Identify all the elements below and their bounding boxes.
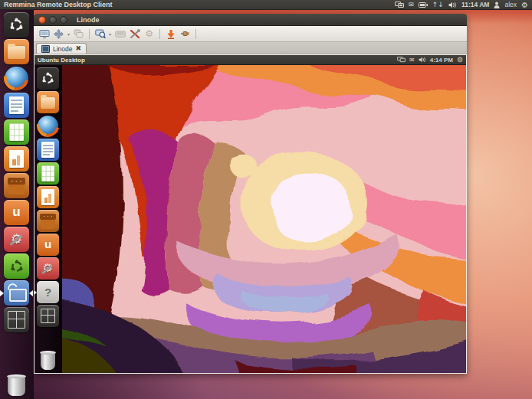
firefox-icon [5, 67, 28, 90]
toolbar-separator [195, 29, 196, 39]
tab-screen-icon [41, 45, 50, 53]
trash-bucket-icon [41, 352, 56, 370]
scaled-mode-icon[interactable] [72, 28, 85, 41]
launcher-item-libreoffice-impress[interactable] [4, 146, 29, 172]
volume-icon[interactable] [419, 57, 426, 63]
remote-top-panel[interactable]: Ubuntu Desktop ✉ 4:14 PM ⚙ [34, 55, 466, 65]
window-minimize-button[interactable] [49, 16, 57, 24]
launcher-item-trash[interactable] [4, 371, 29, 396]
remmina-window: Linode ▾ ▾ ⚙ [34, 14, 467, 374]
remote-launcher-item-firefox[interactable] [37, 115, 59, 137]
window-maximize-button[interactable] [60, 16, 67, 24]
toolbar-separator [159, 29, 160, 39]
traffic-icon[interactable]: ↑↓ [432, 1, 444, 8]
launcher-item-libreoffice-writer[interactable] [4, 93, 29, 118]
remote-launcher-item-workspace-switcher[interactable] [37, 305, 59, 327]
connection-tab-linode[interactable]: Linode ✖ [36, 43, 87, 54]
host-top-panel: Remmina Remote Desktop Client ✉ ↑↓ 11:14… [0, 0, 532, 10]
gears-icon[interactable]: ⚙ [143, 28, 156, 41]
launcher-item-firefox[interactable] [4, 66, 29, 91]
session-gear-icon[interactable]: ⚙ [521, 1, 528, 9]
host-clock[interactable]: 11:14 AM [461, 1, 490, 8]
battery-icon[interactable] [419, 2, 428, 8]
impress-slide-icon [9, 150, 23, 168]
running-indicator-arrow [34, 289, 40, 296]
remote-panel-title[interactable]: Ubuntu Desktop [38, 57, 85, 64]
folder-icon [41, 97, 56, 109]
running-indicator-arrow [0, 290, 7, 296]
software-bag-icon [40, 214, 56, 220]
user-icon[interactable] [494, 2, 500, 8]
software-bag-icon [8, 178, 26, 185]
tools-icon[interactable] [128, 28, 141, 41]
launcher-item-software-center[interactable] [4, 173, 29, 198]
remote-launcher-item-dash-home[interactable] [37, 67, 59, 90]
remmina-toolbar: ▾ ▾ ⚙ [34, 26, 467, 42]
active-app-title[interactable]: Remmina Remote Desktop Client [4, 1, 113, 8]
ubuntu-one-icon: u [12, 205, 20, 218]
calc-spreadsheet-icon [9, 123, 23, 141]
launcher-item-workspace-switcher[interactable] [4, 307, 29, 332]
tab-label: Linode [53, 45, 73, 53]
remmina-monitor-icon [9, 289, 27, 302]
mail-icon[interactable]: ✉ [409, 1, 414, 8]
trash-bucket-icon [8, 376, 25, 396]
remote-launcher-item-ubuntu-one[interactable]: u [37, 234, 59, 256]
remote-launcher-item-libreoffice-impress[interactable] [37, 186, 59, 208]
session-gear-icon[interactable]: ⚙ [457, 56, 463, 64]
firefox-icon [38, 116, 58, 136]
launcher-item-ubuntu-one[interactable]: u [4, 200, 29, 225]
user-name[interactable]: alex [504, 1, 517, 8]
connect-monitor-icon[interactable] [38, 28, 51, 41]
tab-close-icon[interactable]: ✖ [76, 45, 82, 52]
remote-launcher-item-software-center[interactable] [37, 210, 59, 232]
settings-gear-icon: ⚙ [11, 233, 22, 246]
disconnect-icon[interactable] [179, 28, 192, 41]
writer-document-icon [9, 96, 23, 114]
launcher-item-ubuntu-software[interactable] [4, 253, 29, 279]
help-icon: ? [44, 286, 51, 299]
ubuntu-one-icon: u [44, 238, 51, 250]
launcher-item-libreoffice-calc[interactable] [4, 119, 29, 145]
mail-icon[interactable]: ✉ [409, 57, 415, 64]
workspace-grid-icon [41, 309, 56, 324]
remote-launcher-item-system-settings[interactable]: ⚙ [37, 257, 59, 280]
remote-launcher-item-libreoffice-writer[interactable] [37, 139, 59, 161]
window-titlebar[interactable]: Linode [34, 14, 467, 26]
focused-indicator-arrow [26, 290, 33, 296]
calc-spreadsheet-icon [41, 165, 54, 181]
remote-launcher-item-trash[interactable] [37, 348, 59, 370]
window-close-button[interactable] [38, 16, 46, 24]
toolbar-separator [89, 29, 90, 39]
launcher-item-dash-home[interactable] [4, 12, 29, 38]
writer-document-icon [41, 142, 54, 157]
remote-clock[interactable]: 4:14 PM [430, 57, 453, 64]
launcher-item-system-settings[interactable]: ⚙ [4, 227, 29, 252]
volume-icon[interactable] [448, 2, 457, 8]
impress-slide-icon [41, 189, 54, 204]
launcher-item-remmina[interactable] [4, 280, 29, 306]
settings-gear-icon: ⚙ [43, 263, 53, 274]
connection-tabbar: Linode ✖ [34, 42, 467, 54]
network-icon[interactable] [397, 57, 406, 63]
remote-launcher-item-home-folder[interactable] [37, 91, 59, 113]
remote-launcher-item-libreoffice-calc[interactable] [37, 162, 59, 185]
launcher-item-home-folder[interactable] [4, 39, 29, 64]
network-icon[interactable] [395, 2, 404, 8]
screenshot-magnifier-icon[interactable] [94, 28, 107, 41]
remote-unity-launcher: u ⚙ ? [34, 65, 62, 373]
host-unity-launcher: u ⚙ [0, 10, 34, 399]
fullscreen-dropdown-caret[interactable]: ▾ [67, 31, 70, 37]
minimize-to-tray-icon[interactable] [164, 28, 177, 41]
workspace-grid-icon [8, 311, 25, 328]
fullscreen-arrows-icon[interactable] [52, 28, 65, 41]
screenshot-dropdown-caret[interactable]: ▾ [109, 31, 111, 37]
window-title: Linode [77, 16, 100, 24]
keyboard-grab-icon[interactable] [113, 28, 126, 41]
ubuntu-roundel-icon [10, 260, 24, 273]
folder-icon [8, 46, 25, 59]
remote-session-viewport[interactable]: Ubuntu Desktop ✉ 4:14 PM ⚙ [34, 54, 467, 374]
remote-desktop-wallpaper [62, 65, 466, 373]
remote-launcher-item-help[interactable]: ? [37, 281, 59, 303]
